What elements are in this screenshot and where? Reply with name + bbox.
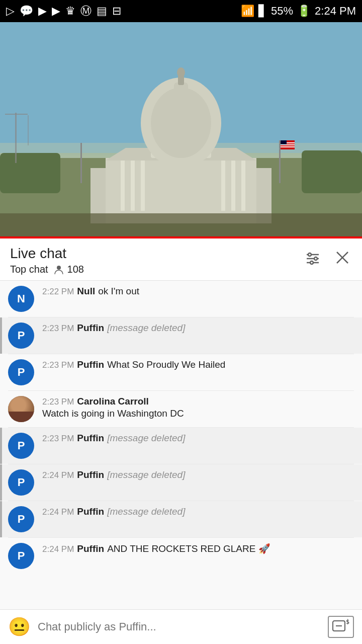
play-icon: ▷ xyxy=(6,5,15,18)
message-author: Puffin xyxy=(77,506,104,517)
message-deleted: [message deleted] xyxy=(107,433,185,444)
avatar: P xyxy=(8,323,34,349)
message-content: 2:23 PM Puffin What So Proudly We Hailed xyxy=(42,359,354,370)
avatar: P xyxy=(8,543,34,569)
message-content: 2:22 PM Null ok I'm out xyxy=(42,286,354,297)
video-progress-bar[interactable] xyxy=(0,236,362,238)
message-content: 2:23 PM Puffin [message deleted] xyxy=(42,323,354,334)
live-chat-panel: Live chat Top chat 108 xyxy=(0,238,362,614)
super-icon: $ xyxy=(328,616,354,638)
chat-message: P 2:23 PM Puffin [message deleted] xyxy=(0,317,362,354)
svg-rect-10 xyxy=(221,160,225,211)
superscript-button[interactable]: $ xyxy=(328,616,354,638)
svg-rect-9 xyxy=(141,160,145,211)
svg-point-31 xyxy=(57,266,61,270)
svg-rect-29 xyxy=(5,114,28,115)
wifi-icon: 📶 xyxy=(241,5,254,18)
message-inline: 2:24 PM Puffin [message deleted] xyxy=(42,469,354,480)
chat-message: P 2:24 PM Puffin [message deleted] xyxy=(0,464,362,501)
live-chat-header: Live chat Top chat 108 xyxy=(0,238,362,281)
message-time: 2:23 PM xyxy=(42,324,74,334)
svg-point-19 xyxy=(177,67,185,77)
avatar: P xyxy=(8,359,34,385)
avatar: P xyxy=(8,506,34,532)
svg-point-37 xyxy=(310,261,313,264)
chat-currency-icon: $ xyxy=(332,619,350,635)
close-button[interactable] xyxy=(333,248,352,271)
message-deleted: [message deleted] xyxy=(107,506,185,517)
chat-icon: 💬 xyxy=(20,5,33,18)
sliders-icon xyxy=(305,250,321,266)
live-chat-title: Live chat xyxy=(10,246,84,262)
svg-rect-28 xyxy=(15,113,17,163)
svg-rect-3 xyxy=(0,153,60,193)
message-time: 2:24 PM xyxy=(42,544,74,554)
video-player[interactable] xyxy=(0,22,362,238)
viewer-count: 108 xyxy=(53,264,84,275)
avatar xyxy=(8,396,34,422)
message-author: Puffin xyxy=(77,469,104,480)
avatar: P xyxy=(8,469,34,496)
svg-rect-4 xyxy=(302,150,362,193)
live-chat-header-left: Live chat Top chat 108 xyxy=(10,246,84,275)
chat-messages-list: N 2:22 PM Null ok I'm out P 2:23 PM Puff… xyxy=(0,281,362,614)
chat-message: P 2:24 PM Puffin AND THE ROCKETS RED GLA… xyxy=(0,538,362,574)
chat-message: P 2:23 PM Puffin [message deleted] xyxy=(0,428,362,464)
image-icon: ⊟ xyxy=(112,5,121,18)
top-chat-label[interactable]: Top chat xyxy=(10,264,48,275)
message-inline: 2:23 PM Puffin [message deleted] xyxy=(42,433,354,444)
svg-rect-30 xyxy=(28,115,29,145)
adjust-button[interactable] xyxy=(303,248,323,271)
message-inline: 2:23 PM Carolina Carroll xyxy=(42,396,354,407)
chat-message: N 2:22 PM Null ok I'm out xyxy=(0,281,362,317)
message-author: Null xyxy=(77,286,95,297)
video-thumbnail xyxy=(0,22,362,236)
message-time: 2:22 PM xyxy=(42,287,74,297)
svg-point-35 xyxy=(314,257,317,260)
youtube2-icon: ▶ xyxy=(52,5,60,18)
message-time: 2:24 PM xyxy=(42,507,74,517)
message-text: AND THE ROCKETS RED GLARE 🚀 xyxy=(107,543,270,554)
live-chat-header-actions xyxy=(303,246,352,271)
message-time: 2:23 PM xyxy=(42,434,74,444)
message-author: Puffin xyxy=(77,543,104,554)
battery-icon: 🔋 xyxy=(297,5,311,18)
svg-rect-27 xyxy=(281,140,287,144)
message-text: What So Proudly We Hailed xyxy=(107,359,225,370)
chat-input[interactable] xyxy=(38,620,321,633)
youtube-icon: ▶ xyxy=(38,5,47,18)
message-body: Watch is going in Washington DC xyxy=(42,408,354,419)
message-text: ok I'm out xyxy=(98,286,139,297)
message-author: Carolina Carroll xyxy=(77,396,149,407)
message-inline: 2:24 PM Puffin AND THE ROCKETS RED GLARE… xyxy=(42,543,354,554)
svg-rect-25 xyxy=(281,144,295,145)
svg-rect-8 xyxy=(131,160,135,211)
signal-icon: ▋ xyxy=(258,5,267,18)
svg-rect-7 xyxy=(121,160,125,211)
message-time: 2:23 PM xyxy=(42,397,74,407)
status-bar-icons: ▷ 💬 ▶ ▶ ♛ Ⓜ ▤ ⊟ xyxy=(6,4,121,19)
avatar: P xyxy=(8,433,34,459)
message-author: Puffin xyxy=(77,323,104,334)
svg-rect-12 xyxy=(241,160,245,211)
svg-rect-21 xyxy=(80,143,82,183)
emoji-button[interactable]: 😐 xyxy=(8,616,31,637)
crown-icon: ♛ xyxy=(65,5,75,18)
bottom-padding xyxy=(0,574,362,614)
battery-percent: 55% xyxy=(271,5,293,18)
message-deleted: [message deleted] xyxy=(107,469,185,480)
message-time: 2:23 PM xyxy=(42,360,74,370)
chat-message: P 2:24 PM Puffin [message deleted] xyxy=(0,501,362,537)
avatar: N xyxy=(8,286,34,312)
message-content: 2:23 PM Puffin [message deleted] xyxy=(42,433,354,444)
message-inline: 2:23 PM Puffin [message deleted] xyxy=(42,323,354,334)
person-icon xyxy=(53,264,64,275)
message-time: 2:24 PM xyxy=(42,470,74,480)
svg-rect-22 xyxy=(279,140,281,183)
svg-rect-17 xyxy=(174,83,188,108)
message-inline: 2:24 PM Puffin [message deleted] xyxy=(42,506,354,517)
svg-rect-11 xyxy=(231,160,235,211)
message-content: 2:24 PM Puffin [message deleted] xyxy=(42,469,354,480)
live-chat-sub: Top chat 108 xyxy=(10,264,84,275)
avatar-photo xyxy=(8,396,34,422)
